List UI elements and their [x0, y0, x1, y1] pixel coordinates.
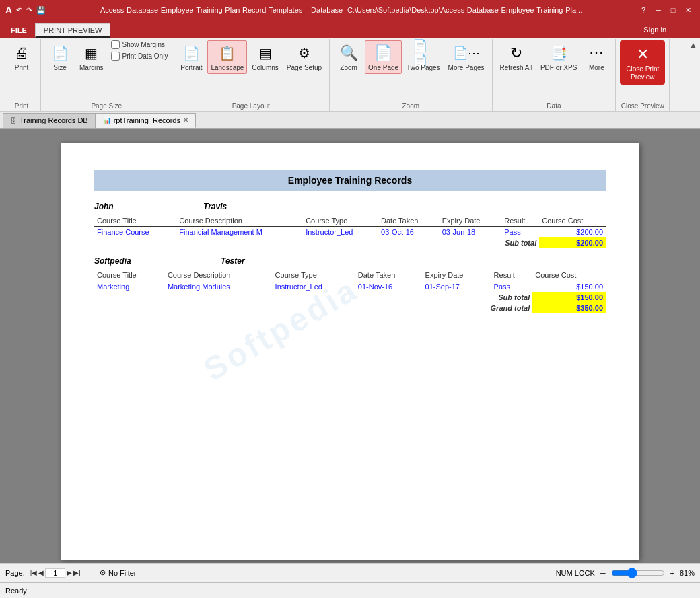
more-pages-icon: 📄⋯ [456, 42, 477, 64]
ribbon-collapse-btn[interactable]: ▲ [689, 39, 697, 111]
col-expiry-date: Expiry Date [440, 215, 502, 227]
col2-expiry-date: Expiry Date [423, 270, 491, 281]
table-row-2: Marketing Marketing Modules Instructor_L… [94, 281, 606, 293]
print-button[interactable]: 🖨 Print [7, 40, 36, 74]
col2-date-taken: Date Taken [355, 270, 423, 281]
pdf-label: PDF or XPS [540, 64, 577, 72]
employee-1-last-name: Travis [203, 202, 227, 211]
col2-course-type: Course Type [273, 270, 355, 281]
emp1-course-cost: $200.00 [539, 227, 606, 238]
show-margins-label: Show Margins [123, 41, 165, 48]
sign-in-link[interactable]: Sign in [643, 26, 666, 34]
ribbon-group-data: ↻ Refresh All 📑 PDF or XPS ⋯ More Data [493, 39, 617, 111]
table-header-row: Course Title Course Description Course T… [94, 215, 606, 227]
prev-page-btn[interactable]: ◀ [38, 569, 44, 576]
filter-button[interactable]: ⊘ No Filter [100, 568, 137, 577]
margins-button[interactable]: ▦ Margins [76, 40, 107, 74]
window-title: Access-Database-Employee-Training-Plan-R… [46, 6, 637, 14]
print-icon: 🖨 [11, 42, 32, 64]
col2-result: Result [491, 270, 533, 281]
file-tab[interactable]: FILE [3, 23, 35, 38]
close-print-preview-button[interactable]: ✕ Close PrintPreview [620, 40, 665, 85]
one-page-button[interactable]: 📄 One Page [365, 40, 402, 74]
table-row: Finance Course Financial Management M In… [94, 227, 606, 238]
last-page-btn[interactable]: ▶| [73, 569, 81, 576]
page-setup-button[interactable]: ⚙ Page Setup [283, 40, 325, 74]
show-margins-checkbox[interactable] [111, 40, 120, 49]
col-result: Result [501, 215, 539, 227]
ribbon-group-page-size-label: Page Size [91, 102, 122, 110]
col-course-desc: Course Description [176, 215, 303, 227]
training-db-tab-icon: 🗄 [10, 117, 17, 124]
close-button[interactable]: ✕ [681, 3, 695, 17]
show-margins-checkbox-row[interactable]: Show Margins [111, 40, 168, 49]
two-pages-button[interactable]: 📄📄 Two Pages [403, 40, 443, 74]
rpt-training-tab-label: rptTraining_Records [114, 116, 180, 124]
quick-save-btn[interactable]: 💾 [36, 6, 46, 15]
employee-1-first-name: John [94, 202, 114, 211]
size-button[interactable]: 📄 Size [45, 40, 75, 74]
status-right: NUM LOCK ─ + 81% [556, 568, 695, 578]
columns-label: Columns [252, 64, 278, 72]
maximize-button[interactable]: □ [666, 3, 680, 17]
tab-rpt-training[interactable]: 📊 rptTraining_Records ✕ [96, 113, 196, 128]
page-size-checkboxes: Show Margins Print Data Only [111, 40, 168, 62]
emp1-result: Pass [501, 227, 539, 238]
emp2-course-title: Marketing [94, 281, 165, 293]
more-data-icon: ⋯ [586, 42, 607, 64]
document-tab-bar: 🗄 Training Records DB 📊 rptTraining_Reco… [0, 112, 700, 129]
ribbon-group-zoom-label: Zoom [403, 102, 420, 110]
portrait-button[interactable]: 📄 Portrait [176, 40, 206, 74]
one-page-icon: 📄 [373, 42, 394, 64]
print-preview-tab[interactable]: PRINT PREVIEW [35, 23, 111, 38]
tab-training-db[interactable]: 🗄 Training Records DB [3, 113, 96, 128]
app-icon: A [5, 5, 12, 15]
page-setup-label: Page Setup [287, 64, 322, 72]
more-pages-button[interactable]: 📄⋯ More Pages [445, 40, 488, 74]
undo-btn[interactable]: ↶ [16, 6, 22, 15]
first-page-btn[interactable]: |◀ [30, 569, 38, 576]
ribbon-group-page-layout: 📄 Portrait 📋 Landscape ▤ Columns ⚙ Page … [172, 39, 330, 111]
more-pages-label: More Pages [448, 64, 485, 72]
size-icon: 📄 [49, 42, 71, 64]
emp1-course-desc: Financial Management M [176, 227, 303, 238]
grand-total-label: Grand total [94, 303, 532, 313]
help-button[interactable]: ? [637, 3, 650, 17]
columns-button[interactable]: ▤ Columns [248, 40, 281, 74]
rpt-training-tab-icon: 📊 [103, 116, 111, 124]
emp2-result: Pass [491, 281, 533, 293]
print-data-only-checkbox-row[interactable]: Print Data Only [111, 52, 168, 61]
report-title: Employee Training Records [94, 170, 606, 191]
rpt-training-tab-close[interactable]: ✕ [183, 116, 188, 124]
landscape-button[interactable]: 📋 Landscape [207, 40, 247, 74]
more-data-label: More [589, 64, 604, 72]
zoom-slider[interactable] [611, 568, 665, 578]
content-area: Softpedia Employee Training Records John… [0, 129, 700, 563]
print-data-only-checkbox[interactable] [111, 52, 120, 61]
refresh-button[interactable]: ↻ Refresh All [497, 40, 536, 74]
emp2-subtotal-amount: $150.00 [532, 292, 606, 303]
window-controls: ? ─ □ ✕ [637, 3, 695, 17]
filter-label: No Filter [108, 569, 137, 577]
col-date-taken: Date Taken [378, 215, 440, 227]
minimize-button[interactable]: ─ [652, 3, 665, 17]
training-db-tab-label: Training Records DB [20, 116, 88, 124]
zoom-plus-icon: + [670, 569, 674, 577]
print-label: Print [15, 64, 29, 72]
next-page-btn[interactable]: ▶ [67, 569, 72, 576]
zoom-label: Zoom [340, 64, 357, 72]
refresh-icon: ↻ [505, 42, 527, 64]
redo-btn[interactable]: ↷ [26, 6, 32, 15]
pdf-button[interactable]: 📑 PDF or XPS [537, 40, 580, 74]
zoom-button[interactable]: 🔍 Zoom [334, 40, 363, 74]
more-data-button[interactable]: ⋯ More [582, 40, 611, 74]
employee-1-name: John Travis [94, 202, 606, 211]
employee-2-first-name: Softpedia [94, 256, 131, 266]
ribbon-group-close-preview-label: Close Preview [621, 102, 664, 110]
col-course-title: Course Title [94, 215, 176, 227]
page-number-input[interactable] [45, 568, 65, 578]
zoom-minus-icon: ─ [600, 569, 606, 577]
ribbon-group-print-label: Print [15, 102, 29, 110]
margins-icon: ▦ [81, 42, 102, 64]
two-pages-label: Two Pages [407, 64, 440, 72]
